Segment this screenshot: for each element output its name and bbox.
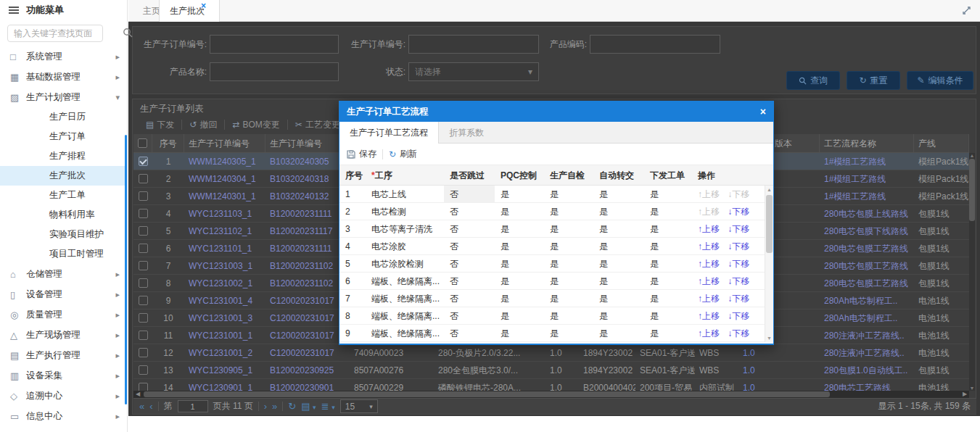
cell-auto-transfer[interactable]: 是	[593, 203, 644, 220]
cell-pqc[interactable]: 是	[495, 290, 544, 307]
query-button[interactable]: 查询	[786, 71, 840, 90]
cell-process[interactable]: 电芯上线	[366, 186, 444, 202]
scroll-left-icon[interactable]: ◀	[133, 391, 142, 398]
sidebar-item[interactable]: ▨ 生产计划管理 ▾	[0, 87, 127, 107]
cell-self-check[interactable]: 是	[544, 238, 593, 254]
cell-skip[interactable]: 否	[444, 255, 495, 272]
row-checkbox[interactable]	[133, 170, 152, 187]
prev-page-icon[interactable]: ‹	[149, 401, 152, 412]
cell-sub-order-no[interactable]: WYC1231101_1	[184, 240, 265, 257]
cell-skip[interactable]: 否	[444, 290, 495, 307]
move-down-link[interactable]: ↓下移	[728, 241, 749, 252]
page-number-input[interactable]	[178, 400, 208, 412]
move-down-link[interactable]: ↓下移	[728, 311, 749, 321]
sidebar-item[interactable]: 生产订单	[0, 127, 127, 146]
dialog-scrollbar[interactable]: ▲ ▼	[765, 186, 773, 342]
move-down-link[interactable]: ↓下移	[728, 224, 749, 234]
cell-skip[interactable]: 否	[444, 186, 495, 202]
cell-process[interactable]: 电芯等离子清洗	[366, 220, 444, 237]
cell-auto-transfer[interactable]: 是	[593, 325, 644, 341]
move-down-link[interactable]: ↓下移	[728, 294, 749, 304]
cell-issue-order[interactable]: 是	[644, 255, 692, 272]
status-select[interactable]: 请选择 ▾	[408, 62, 539, 81]
cell-issue-order[interactable]: 是	[644, 238, 692, 254]
expand-icon[interactable]	[962, 6, 971, 15]
sidebar-item[interactable]: ◎ 质量管理 ▸	[0, 304, 127, 325]
cell-self-check[interactable]: 是	[544, 307, 593, 324]
process-row[interactable]: 9 端板、绝缘隔离... 否 是 是 是 是 ↑上移 ↓下移	[339, 325, 773, 342]
cell-self-check[interactable]: 是	[544, 325, 593, 341]
move-down-link[interactable]: ↓下移	[728, 189, 749, 199]
process-row[interactable]: 5 电芯涂胶检测 否 是 是 是 是 ↑上移 ↓下移	[339, 255, 773, 273]
sub-order-no-input[interactable]	[210, 35, 339, 54]
tab-coefficient[interactable]: 折算系数	[439, 122, 494, 144]
page-size-select[interactable]: 15 ▾	[340, 399, 378, 413]
row-checkbox[interactable]	[133, 327, 152, 344]
cell-sub-order-no[interactable]: WYC1231003_1	[184, 257, 265, 274]
scrollbar-thumb[interactable]	[969, 159, 975, 221]
row-checkbox[interactable]	[133, 153, 152, 170]
cell-skip[interactable]: 否	[444, 238, 495, 254]
process-row[interactable]: 1 电芯上线 否 是 是 是 是 ↑上移 ↓下移	[339, 186, 773, 203]
sidebar-item[interactable]: 生产工单	[0, 186, 127, 205]
sidebar-item[interactable]: 生产批次	[0, 166, 127, 186]
move-down-link[interactable]: ↓下移	[728, 328, 749, 338]
tab-close-icon[interactable]: ×	[201, 1, 206, 11]
row-checkbox[interactable]	[133, 275, 152, 291]
cell-auto-transfer[interactable]: 是	[593, 220, 644, 237]
cell-pqc[interactable]: 是	[495, 238, 544, 254]
cell-pqc[interactable]: 是	[495, 325, 544, 341]
move-up-link[interactable]: ↑上移	[698, 207, 720, 217]
next-page-icon[interactable]: ›	[264, 401, 267, 412]
edit-conditions-button[interactable]: ✎ 编辑条件	[907, 71, 973, 90]
cell-skip[interactable]: 否	[444, 273, 495, 289]
last-page-icon[interactable]: »	[272, 401, 277, 412]
select-all-checkbox[interactable]	[133, 134, 152, 152]
cell-issue-order[interactable]: 是	[644, 203, 692, 220]
sidebar-item[interactable]: ◇ 追溯中心 ▸	[0, 386, 127, 406]
cell-auto-transfer[interactable]: 是	[593, 238, 644, 254]
move-up-link[interactable]: ↑上移	[698, 259, 720, 269]
cell-process[interactable]: 电芯涂胶检测	[366, 255, 444, 272]
move-up-link[interactable]: ↑上移	[698, 311, 720, 321]
move-up-link[interactable]: ↑上移	[698, 241, 720, 252]
reset-button[interactable]: ↻ 重置	[847, 71, 900, 90]
first-page-icon[interactable]: «	[139, 401, 144, 412]
row-checkbox[interactable]	[133, 362, 152, 378]
cell-skip[interactable]: 否	[444, 325, 495, 341]
dialog-header[interactable]: 生产子订单工艺流程 ×	[339, 101, 773, 122]
cell-self-check[interactable]: 是	[544, 255, 593, 272]
save-button[interactable]: 保存	[347, 148, 376, 160]
cell-sub-order-no[interactable]: WWM1240301_1	[184, 188, 265, 204]
cell-sub-order-no[interactable]: WWM1240304_1	[184, 170, 265, 187]
cell-sub-order-no[interactable]: WYC1231001_1	[184, 327, 265, 344]
export-icon[interactable]: ▤ ▾	[301, 401, 316, 412]
search-icon[interactable]	[123, 28, 133, 38]
cell-self-check[interactable]: 是	[544, 290, 593, 307]
withdraw-button[interactable]: ↺ 撤回	[182, 119, 224, 131]
sidebar-item[interactable]: 项目工时管理	[0, 244, 127, 264]
cell-skip[interactable]: 否	[444, 220, 495, 237]
row-checkbox[interactable]	[133, 223, 152, 239]
bom-change-button[interactable]: ⇄ BOM变更	[225, 119, 287, 131]
refresh-icon[interactable]: ↻	[288, 401, 296, 412]
sidebar-item[interactable]: ⌂ 仓储管理 ▸	[0, 264, 127, 284]
row-checkbox[interactable]	[133, 292, 152, 309]
cell-self-check[interactable]: 是	[544, 273, 593, 289]
issue-button[interactable]: ▤ 下发	[139, 119, 181, 131]
cell-sub-order-no[interactable]: WWM1240305_1	[184, 153, 265, 170]
cell-pqc[interactable]: 是	[495, 186, 544, 202]
row-checkbox[interactable]	[133, 379, 152, 391]
sort-icon[interactable]: ≣ ▾	[321, 401, 335, 412]
cell-process[interactable]: 电芯涂胶	[366, 238, 444, 254]
sidebar-item[interactable]: 生产排程	[0, 146, 127, 166]
cell-pqc[interactable]: 是	[495, 255, 544, 272]
cell-sub-order-no[interactable]: WYC1230901_1	[184, 379, 265, 391]
sidebar-item[interactable]: □ 系统管理 ▸	[0, 46, 127, 67]
move-up-link[interactable]: ↑上移	[698, 276, 720, 286]
cell-pqc[interactable]: 是	[495, 273, 544, 289]
table-row[interactable]: 12 WYC1231001_2 C120020231017 7409A00023…	[133, 344, 969, 362]
cell-self-check[interactable]: 是	[544, 186, 593, 202]
cell-process[interactable]: 端板、绝缘隔离...	[366, 273, 444, 289]
cell-issue-order[interactable]: 是	[644, 273, 692, 289]
